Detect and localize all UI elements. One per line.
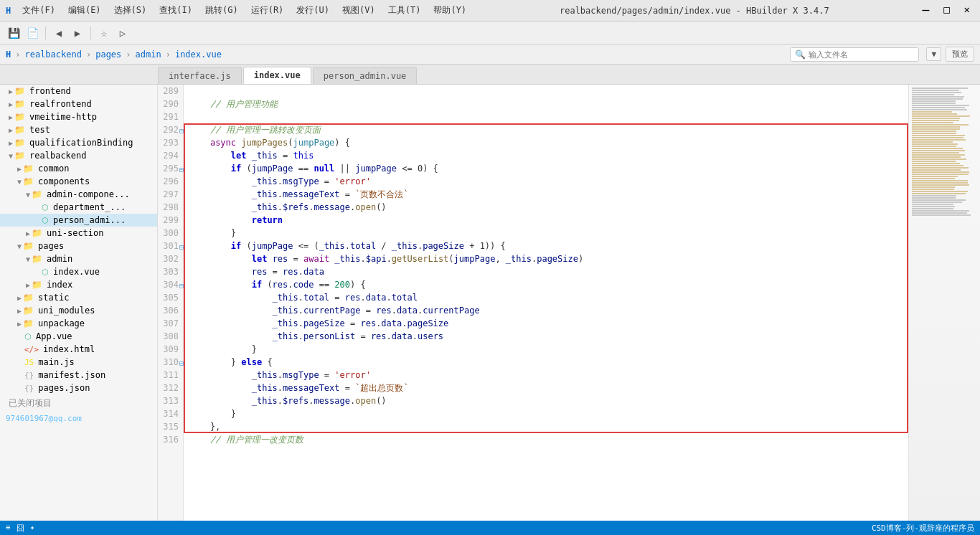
prop-token: users	[418, 330, 443, 343]
sidebar-item[interactable]: ▶📁uni-section	[0, 227, 157, 240]
toolbar-bookmark[interactable]: ☆	[96, 25, 112, 41]
plain-token: .	[418, 240, 423, 252]
close-button[interactable]: ✕	[960, 4, 974, 17]
tab-interface-js[interactable]: interface.js	[158, 67, 242, 84]
sidebar-item[interactable]: ⬡index.vue	[0, 265, 157, 278]
folder-icon: 📁	[32, 189, 42, 199]
line-number: 299	[162, 214, 179, 227]
plain-token: =	[340, 382, 356, 394]
collapse-button[interactable]: ⊟	[179, 241, 184, 254]
user-info: 974601967@qq.com	[0, 412, 157, 425]
kw-token: null	[314, 162, 334, 175]
sidebar-item[interactable]: ▶📁vmeitime-http	[0, 110, 157, 123]
plain-token	[189, 188, 252, 201]
code-line: _this.total = res.data.total	[189, 291, 908, 304]
sidebar-item[interactable]: JSmain.js	[0, 356, 157, 369]
prop-token: pageSize	[537, 252, 578, 265]
statusbar-icon1[interactable]: ≡	[6, 523, 11, 534]
plain-token: .	[418, 304, 423, 317]
menu-find[interactable]: 查找(I)	[155, 3, 197, 18]
sidebar-item[interactable]: ▼📁admin	[0, 252, 157, 265]
fn-token: open	[355, 394, 376, 407]
tab-index-vue[interactable]: index.vue	[243, 67, 311, 84]
menu-help[interactable]: 帮助(Y)	[429, 3, 471, 18]
sidebar-item[interactable]: ▶📁test	[0, 123, 157, 136]
folder-icon: 📁	[14, 138, 25, 148]
vue-file-icon: ⬡	[24, 332, 32, 341]
plain-token: .	[278, 175, 283, 188]
folder-icon: 📁	[23, 241, 34, 251]
kw-token: let	[252, 252, 268, 265]
plain-token	[267, 252, 272, 265]
line-number: 298	[162, 201, 179, 214]
sidebar-item[interactable]: ⬡App.vue	[0, 330, 157, 343]
toolbar-sep1	[45, 27, 46, 39]
sidebar-item[interactable]: ▼📁realbackend	[0, 149, 157, 162]
prop-token: $refs	[283, 394, 308, 407]
vue-file-icon: ⬡	[42, 268, 49, 277]
plain-token	[189, 252, 252, 265]
line-number: 316	[162, 433, 179, 446]
code-editor[interactable]: 2892902912922932942952962972982993003013…	[158, 85, 908, 521]
plain-token: .	[308, 201, 314, 214]
sidebar-item[interactable]: ▶📁static	[0, 291, 157, 304]
menu-tools[interactable]: 工具(T)	[384, 3, 425, 18]
plain-token: }	[189, 227, 236, 240]
collapse-button[interactable]: ⊟	[179, 280, 184, 293]
prop-token: personList	[303, 330, 355, 343]
menu-jump[interactable]: 跳转(G)	[201, 3, 242, 18]
collapse-button[interactable]: ⊟	[179, 164, 184, 176]
sidebar-item[interactable]: ▶📁index	[0, 278, 157, 291]
js-file-icon: JS	[24, 358, 34, 367]
toolbar-run[interactable]: ▷	[115, 25, 131, 41]
toolbar-back[interactable]: ◀	[51, 25, 67, 41]
statusbar-icon2[interactable]: 囧	[17, 523, 24, 534]
sidebar-item[interactable]: ⬡person_admi...	[0, 214, 157, 227]
menu-file[interactable]: 文件(F)	[18, 3, 60, 18]
code-line: return	[189, 214, 908, 227]
addr-pages[interactable]: pages	[95, 49, 121, 60]
menu-view[interactable]: 视图(V)	[338, 3, 380, 18]
collapse-button[interactable]: ⊟	[179, 125, 184, 138]
addr-root[interactable]: realbackend	[24, 49, 81, 60]
vue-file-icon: ⬡	[42, 203, 49, 212]
sidebar-item[interactable]: ▶📁frontend	[0, 85, 157, 98]
search-input[interactable]	[809, 50, 914, 59]
addr-admin[interactable]: admin	[136, 49, 161, 60]
sidebar-item[interactable]: ▼📁components	[0, 175, 157, 188]
sidebar-item[interactable]: ▶📁common	[0, 162, 157, 175]
line-number: 303	[162, 265, 179, 278]
var-token: _this	[252, 382, 278, 394]
tab-person-admin-vue[interactable]: person_admin.vue	[313, 67, 418, 84]
sidebar-item[interactable]: {}pages.json	[0, 382, 157, 394]
addr-file[interactable]: index.vue	[175, 49, 222, 60]
prop-token: pageSize	[407, 317, 449, 330]
maximize-button[interactable]: □	[939, 4, 953, 17]
sidebar-item[interactable]: ▼📁pages	[0, 240, 157, 252]
toolbar-new-file[interactable]: 📄	[24, 25, 40, 41]
menu-edit[interactable]: 编辑(E)	[64, 3, 105, 18]
menu-select[interactable]: 选择(S)	[110, 3, 151, 18]
minimize-button[interactable]: ─	[918, 4, 933, 17]
menu-publish[interactable]: 发行(U)	[292, 3, 334, 18]
statusbar-icon3[interactable]: ✦	[30, 523, 35, 534]
menu-run[interactable]: 运行(R)	[247, 3, 288, 18]
toolbar-save[interactable]: 💾	[6, 25, 22, 41]
collapse-button[interactable]: ⊟	[179, 357, 184, 370]
line-number: 315	[162, 420, 179, 433]
sidebar-item[interactable]: ▶📁unpackage	[0, 317, 157, 330]
sidebar-item[interactable]: {}manifest.json	[0, 369, 157, 382]
plain-token: )	[578, 252, 583, 265]
plain-token	[189, 265, 252, 278]
sidebar-item[interactable]: </>index.html	[0, 343, 157, 356]
sidebar-item[interactable]: ▶📁qualificationBinding	[0, 136, 157, 149]
sidebar-item[interactable]: ▶📁uni_modules	[0, 304, 157, 317]
sidebar-item[interactable]: ▼📁admin-compone...	[0, 188, 157, 201]
sidebar-item[interactable]: ⬡department_...	[0, 201, 157, 214]
sidebar-item-label: pages	[38, 241, 64, 251]
sidebar-item[interactable]: ▶📁realfrontend	[0, 98, 157, 110]
toolbar-forward[interactable]: ▶	[70, 25, 85, 41]
preview-button[interactable]: 预览	[946, 47, 974, 62]
var-token: jumpPage	[252, 240, 293, 252]
filter-button[interactable]: ▼	[926, 47, 941, 61]
